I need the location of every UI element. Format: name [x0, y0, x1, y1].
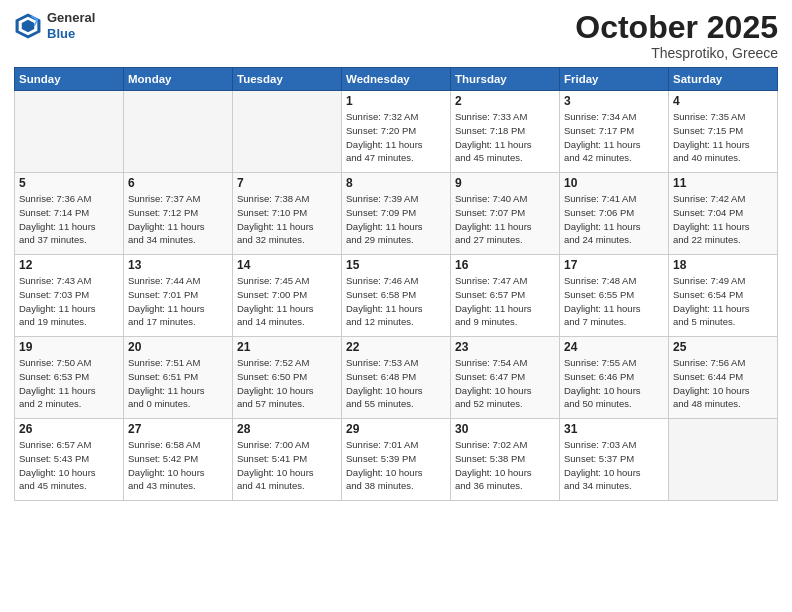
day-number: 22	[346, 340, 446, 354]
day-info: Sunrise: 7:38 AMSunset: 7:10 PMDaylight:…	[237, 192, 337, 247]
logo: General Blue	[14, 10, 95, 41]
calendar-cell: 28Sunrise: 7:00 AMSunset: 5:41 PMDayligh…	[233, 419, 342, 501]
calendar-cell: 16Sunrise: 7:47 AMSunset: 6:57 PMDayligh…	[451, 255, 560, 337]
day-number: 14	[237, 258, 337, 272]
day-number: 16	[455, 258, 555, 272]
day-info: Sunrise: 7:55 AMSunset: 6:46 PMDaylight:…	[564, 356, 664, 411]
day-number: 18	[673, 258, 773, 272]
calendar-cell: 7Sunrise: 7:38 AMSunset: 7:10 PMDaylight…	[233, 173, 342, 255]
week-row-5: 26Sunrise: 6:57 AMSunset: 5:43 PMDayligh…	[15, 419, 778, 501]
logo-icon	[14, 12, 42, 40]
day-number: 25	[673, 340, 773, 354]
calendar-cell: 20Sunrise: 7:51 AMSunset: 6:51 PMDayligh…	[124, 337, 233, 419]
weekday-header-friday: Friday	[560, 68, 669, 91]
logo-text: General Blue	[47, 10, 95, 41]
week-row-4: 19Sunrise: 7:50 AMSunset: 6:53 PMDayligh…	[15, 337, 778, 419]
day-info: Sunrise: 7:49 AMSunset: 6:54 PMDaylight:…	[673, 274, 773, 329]
day-info: Sunrise: 7:35 AMSunset: 7:15 PMDaylight:…	[673, 110, 773, 165]
day-info: Sunrise: 7:46 AMSunset: 6:58 PMDaylight:…	[346, 274, 446, 329]
weekday-header-sunday: Sunday	[15, 68, 124, 91]
day-info: Sunrise: 7:52 AMSunset: 6:50 PMDaylight:…	[237, 356, 337, 411]
day-number: 21	[237, 340, 337, 354]
day-info: Sunrise: 7:48 AMSunset: 6:55 PMDaylight:…	[564, 274, 664, 329]
calendar-cell	[15, 91, 124, 173]
calendar-cell: 27Sunrise: 6:58 AMSunset: 5:42 PMDayligh…	[124, 419, 233, 501]
calendar-cell: 31Sunrise: 7:03 AMSunset: 5:37 PMDayligh…	[560, 419, 669, 501]
day-number: 26	[19, 422, 119, 436]
calendar-cell: 8Sunrise: 7:39 AMSunset: 7:09 PMDaylight…	[342, 173, 451, 255]
day-number: 5	[19, 176, 119, 190]
month-title: October 2025	[575, 10, 778, 45]
day-info: Sunrise: 7:56 AMSunset: 6:44 PMDaylight:…	[673, 356, 773, 411]
calendar-cell: 4Sunrise: 7:35 AMSunset: 7:15 PMDaylight…	[669, 91, 778, 173]
calendar-cell: 15Sunrise: 7:46 AMSunset: 6:58 PMDayligh…	[342, 255, 451, 337]
calendar-cell	[233, 91, 342, 173]
day-info: Sunrise: 7:53 AMSunset: 6:48 PMDaylight:…	[346, 356, 446, 411]
day-info: Sunrise: 7:45 AMSunset: 7:00 PMDaylight:…	[237, 274, 337, 329]
weekday-header-tuesday: Tuesday	[233, 68, 342, 91]
day-number: 31	[564, 422, 664, 436]
day-info: Sunrise: 7:41 AMSunset: 7:06 PMDaylight:…	[564, 192, 664, 247]
calendar-cell: 21Sunrise: 7:52 AMSunset: 6:50 PMDayligh…	[233, 337, 342, 419]
title-area: October 2025 Thesprotiko, Greece	[575, 10, 778, 61]
weekday-header-saturday: Saturday	[669, 68, 778, 91]
weekday-header-thursday: Thursday	[451, 68, 560, 91]
calendar-cell: 2Sunrise: 7:33 AMSunset: 7:18 PMDaylight…	[451, 91, 560, 173]
day-number: 3	[564, 94, 664, 108]
day-info: Sunrise: 7:02 AMSunset: 5:38 PMDaylight:…	[455, 438, 555, 493]
day-info: Sunrise: 7:54 AMSunset: 6:47 PMDaylight:…	[455, 356, 555, 411]
calendar-cell: 26Sunrise: 6:57 AMSunset: 5:43 PMDayligh…	[15, 419, 124, 501]
day-number: 27	[128, 422, 228, 436]
calendar-cell: 22Sunrise: 7:53 AMSunset: 6:48 PMDayligh…	[342, 337, 451, 419]
day-info: Sunrise: 6:58 AMSunset: 5:42 PMDaylight:…	[128, 438, 228, 493]
day-number: 17	[564, 258, 664, 272]
calendar-cell: 19Sunrise: 7:50 AMSunset: 6:53 PMDayligh…	[15, 337, 124, 419]
day-number: 19	[19, 340, 119, 354]
day-info: Sunrise: 6:57 AMSunset: 5:43 PMDaylight:…	[19, 438, 119, 493]
header: General Blue October 2025 Thesprotiko, G…	[14, 10, 778, 61]
week-row-2: 5Sunrise: 7:36 AMSunset: 7:14 PMDaylight…	[15, 173, 778, 255]
weekday-header-wednesday: Wednesday	[342, 68, 451, 91]
calendar-cell: 9Sunrise: 7:40 AMSunset: 7:07 PMDaylight…	[451, 173, 560, 255]
calendar-cell: 18Sunrise: 7:49 AMSunset: 6:54 PMDayligh…	[669, 255, 778, 337]
week-row-3: 12Sunrise: 7:43 AMSunset: 7:03 PMDayligh…	[15, 255, 778, 337]
day-number: 10	[564, 176, 664, 190]
day-number: 15	[346, 258, 446, 272]
day-info: Sunrise: 7:37 AMSunset: 7:12 PMDaylight:…	[128, 192, 228, 247]
calendar-cell: 6Sunrise: 7:37 AMSunset: 7:12 PMDaylight…	[124, 173, 233, 255]
calendar-cell: 29Sunrise: 7:01 AMSunset: 5:39 PMDayligh…	[342, 419, 451, 501]
day-info: Sunrise: 7:00 AMSunset: 5:41 PMDaylight:…	[237, 438, 337, 493]
calendar-cell: 11Sunrise: 7:42 AMSunset: 7:04 PMDayligh…	[669, 173, 778, 255]
logo-blue: Blue	[47, 26, 95, 42]
day-number: 11	[673, 176, 773, 190]
calendar-cell: 30Sunrise: 7:02 AMSunset: 5:38 PMDayligh…	[451, 419, 560, 501]
calendar-cell: 13Sunrise: 7:44 AMSunset: 7:01 PMDayligh…	[124, 255, 233, 337]
day-info: Sunrise: 7:34 AMSunset: 7:17 PMDaylight:…	[564, 110, 664, 165]
day-number: 7	[237, 176, 337, 190]
day-info: Sunrise: 7:36 AMSunset: 7:14 PMDaylight:…	[19, 192, 119, 247]
day-number: 1	[346, 94, 446, 108]
day-info: Sunrise: 7:44 AMSunset: 7:01 PMDaylight:…	[128, 274, 228, 329]
day-info: Sunrise: 7:01 AMSunset: 5:39 PMDaylight:…	[346, 438, 446, 493]
page-container: General Blue October 2025 Thesprotiko, G…	[0, 0, 792, 612]
day-number: 13	[128, 258, 228, 272]
weekday-header-monday: Monday	[124, 68, 233, 91]
day-info: Sunrise: 7:51 AMSunset: 6:51 PMDaylight:…	[128, 356, 228, 411]
day-info: Sunrise: 7:50 AMSunset: 6:53 PMDaylight:…	[19, 356, 119, 411]
day-number: 23	[455, 340, 555, 354]
week-row-1: 1Sunrise: 7:32 AMSunset: 7:20 PMDaylight…	[15, 91, 778, 173]
calendar-cell: 24Sunrise: 7:55 AMSunset: 6:46 PMDayligh…	[560, 337, 669, 419]
day-number: 12	[19, 258, 119, 272]
calendar-cell: 5Sunrise: 7:36 AMSunset: 7:14 PMDaylight…	[15, 173, 124, 255]
calendar-cell: 25Sunrise: 7:56 AMSunset: 6:44 PMDayligh…	[669, 337, 778, 419]
calendar-cell: 14Sunrise: 7:45 AMSunset: 7:00 PMDayligh…	[233, 255, 342, 337]
day-info: Sunrise: 7:33 AMSunset: 7:18 PMDaylight:…	[455, 110, 555, 165]
day-number: 2	[455, 94, 555, 108]
day-number: 28	[237, 422, 337, 436]
day-info: Sunrise: 7:39 AMSunset: 7:09 PMDaylight:…	[346, 192, 446, 247]
day-info: Sunrise: 7:43 AMSunset: 7:03 PMDaylight:…	[19, 274, 119, 329]
day-info: Sunrise: 7:32 AMSunset: 7:20 PMDaylight:…	[346, 110, 446, 165]
weekday-header-row: SundayMondayTuesdayWednesdayThursdayFrid…	[15, 68, 778, 91]
calendar-cell: 12Sunrise: 7:43 AMSunset: 7:03 PMDayligh…	[15, 255, 124, 337]
location: Thesprotiko, Greece	[575, 45, 778, 61]
